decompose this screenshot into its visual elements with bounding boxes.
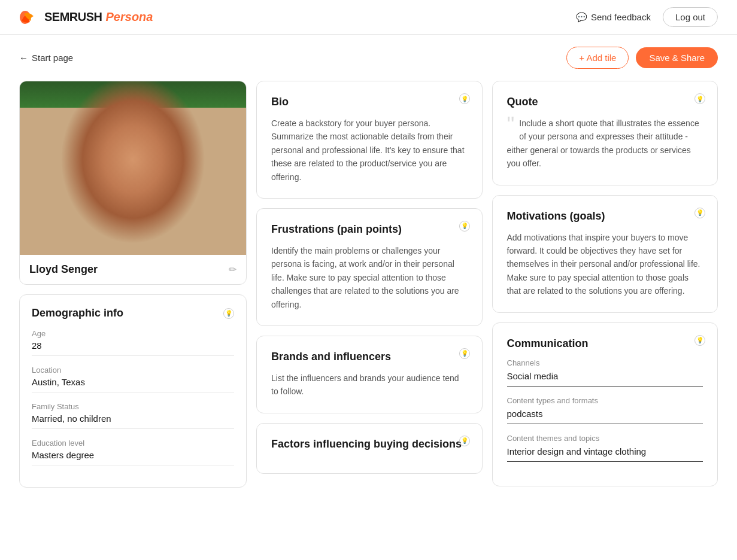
quote-card: 💡 Quote " Include a short quote that ill… — [492, 81, 718, 185]
chat-icon: 💬 — [576, 12, 587, 23]
right-column: 💡 Quote " Include a short quote that ill… — [492, 81, 718, 486]
left-column: Lloyd Senger ✏ Demographic info 💡 Age 28… — [19, 81, 247, 488]
frustrations-card: 💡 Frustrations (pain points) Identify th… — [256, 208, 483, 326]
frustrations-body: Identify the main problems or challenges… — [271, 244, 468, 311]
content-themes-field: Content themes and topics Interior desig… — [507, 434, 703, 462]
motivations-card: 💡 Motivations (goals) Add motivations th… — [492, 195, 718, 313]
arrow-left-icon: ← — [19, 53, 28, 63]
content-themes-label: Content themes and topics — [507, 434, 703, 443]
add-tile-button[interactable]: + Add tile — [566, 47, 629, 69]
family-label: Family Status — [32, 402, 234, 411]
logo-area: SEMRUSH Persona — [19, 10, 153, 25]
factors-hint-icon[interactable]: 💡 — [459, 436, 470, 446]
quote-title: Quote — [507, 96, 703, 108]
age-label: Age — [32, 329, 234, 338]
logo-semrush-text: SEMRUSH — [44, 10, 102, 24]
logout-button[interactable]: Log out — [663, 7, 718, 27]
middle-column: 💡 Bio Create a backstory for your buyer … — [256, 81, 483, 474]
toolbar-actions: + Add tile Save & Share — [566, 47, 718, 69]
quote-body: " Include a short quote that illustrates… — [507, 117, 703, 171]
communication-card: 💡 Communication Channels Social media Co… — [492, 322, 718, 486]
education-label: Education level — [32, 439, 234, 448]
start-page-label: Start page — [32, 53, 73, 63]
channels-value: Social media — [507, 371, 703, 386]
brands-title: Brands and influencers — [271, 351, 468, 363]
feedback-button[interactable]: 💬 Send feedback — [576, 12, 651, 23]
quote-hint-icon[interactable]: 💡 — [694, 93, 705, 104]
education-field: Education level Masters degree — [32, 439, 234, 465]
demographic-title: Demographic info — [32, 307, 123, 319]
header: SEMRUSH Persona 💬 Send feedback Log out — [0, 0, 737, 35]
save-share-button[interactable]: Save & Share — [636, 47, 718, 68]
frustrations-title: Frustrations (pain points) — [271, 223, 468, 236]
logo-persona-text: Persona — [106, 10, 153, 24]
profile-image — [20, 81, 246, 255]
family-field: Family Status Married, no children — [32, 402, 234, 429]
header-right: 💬 Send feedback Log out — [576, 7, 718, 27]
motivations-title: Motivations (goals) — [507, 210, 703, 223]
content-themes-value: Interior design and vintage clothing — [507, 446, 703, 462]
bio-title: Bio — [271, 96, 468, 108]
demographic-card: Demographic info 💡 Age 28 Location Austi… — [19, 294, 247, 488]
location-value: Austin, Texas — [32, 377, 234, 392]
brands-hint-icon[interactable]: 💡 — [459, 348, 470, 359]
content-types-value: podcasts — [507, 409, 703, 424]
quote-mark-icon: " — [507, 114, 515, 136]
bio-card: 💡 Bio Create a backstory for your buyer … — [256, 81, 483, 199]
profile-face — [20, 81, 246, 255]
location-label: Location — [32, 366, 234, 375]
factors-title: Factors influencing buying decisions — [271, 438, 468, 451]
semrush-logo-icon — [19, 10, 41, 25]
profile-name: Lloyd Senger — [29, 263, 98, 276]
age-value: 28 — [32, 340, 234, 356]
family-value: Married, no children — [32, 413, 234, 429]
profile-name-row: Lloyd Senger ✏ — [20, 255, 246, 284]
profile-card: Lloyd Senger ✏ — [19, 81, 247, 285]
bio-hint-icon[interactable]: 💡 — [459, 93, 470, 104]
feedback-label: Send feedback — [591, 12, 651, 22]
factors-card: 💡 Factors influencing buying decisions — [256, 423, 483, 474]
age-field: Age 28 — [32, 329, 234, 356]
motivations-body: Add motivations that inspire your buyers… — [507, 231, 703, 298]
brands-card: 💡 Brands and influencers List the influe… — [256, 336, 483, 413]
demographic-title-row: Demographic info 💡 — [32, 307, 234, 319]
bio-body: Create a backstory for your buyer person… — [271, 117, 468, 184]
toolbar: ← Start page + Add tile Save & Share — [0, 35, 737, 81]
brands-body: List the influencers and brands your aud… — [271, 372, 468, 398]
location-field: Location Austin, Texas — [32, 366, 234, 392]
content-types-field: Content types and formats podcasts — [507, 396, 703, 424]
communication-hint-icon[interactable]: 💡 — [694, 335, 705, 346]
frustrations-hint-icon[interactable]: 💡 — [459, 221, 470, 232]
content-types-label: Content types and formats — [507, 396, 703, 405]
channels-label: Channels — [507, 358, 703, 367]
demographic-hint-icon[interactable]: 💡 — [223, 308, 234, 319]
start-page-button[interactable]: ← Start page — [19, 53, 73, 63]
edit-icon[interactable]: ✏ — [229, 264, 236, 275]
main-content: Lloyd Senger ✏ Demographic info 💡 Age 28… — [0, 81, 737, 507]
motivations-hint-icon[interactable]: 💡 — [694, 208, 705, 218]
quote-body-text: Include a short quote that illustrates t… — [507, 118, 699, 168]
communication-title: Communication — [507, 337, 703, 350]
education-value: Masters degree — [32, 450, 234, 465]
channels-field: Channels Social media — [507, 358, 703, 386]
